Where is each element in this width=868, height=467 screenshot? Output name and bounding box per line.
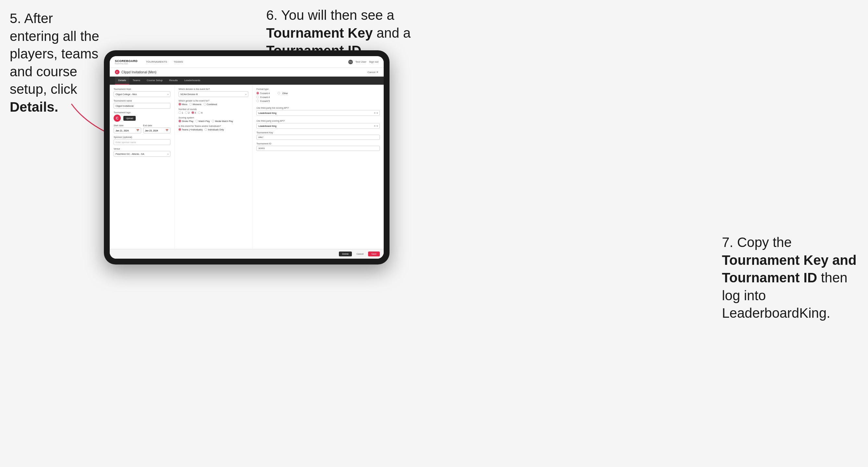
scoring-stroke[interactable]: Stroke Play: [179, 120, 193, 122]
tournament-logo-label: Tournament logo: [114, 111, 170, 114]
format-other-label: Other: [282, 92, 288, 94]
tab-results[interactable]: Results: [166, 76, 181, 85]
division-input[interactable]: NCAA Division III ▾: [179, 91, 248, 97]
brand-sub: Powered by clipps: [115, 63, 137, 65]
gender-group: Which gender is the event for? Mens Wome…: [179, 100, 248, 105]
teams-plus[interactable]: Teams (+Individuals): [179, 128, 203, 131]
format-5count4-radio[interactable]: [256, 92, 259, 94]
tab-teams[interactable]: Teams: [129, 76, 144, 85]
start-date-input[interactable]: Jan 21, 2024 📅: [114, 128, 141, 133]
scoring-group: Scoring system Stroke Play Match Play: [179, 117, 248, 122]
rounds-group: Number of rounds 1 2 3: [179, 108, 248, 114]
third-party-1-group: Use third-party live scoring API? Leader…: [256, 105, 380, 116]
tournament-name-value: Clippd Invitational: [116, 105, 133, 107]
rounds-2-radio[interactable]: [185, 111, 188, 114]
format-6count4[interactable]: 6 count 4: [256, 96, 380, 98]
tournament-key-label: Tournament Key: [256, 131, 380, 134]
scoring-match-label: Match Play: [199, 120, 210, 122]
tournament-name-input[interactable]: Clippd Invitational: [114, 103, 170, 109]
rounds-3[interactable]: 3: [191, 111, 196, 114]
nav-tournaments[interactable]: TOURNAMENTS: [146, 60, 167, 63]
gender-womens[interactable]: Womens: [189, 103, 202, 105]
format-6count4-radio[interactable]: [256, 96, 259, 98]
format-other-radio[interactable]: [278, 92, 280, 94]
nav-teams[interactable]: TEAMS: [174, 60, 183, 63]
tournament-host-input[interactable]: Clippd College - Men ▾: [114, 91, 170, 97]
third-party-1-clear[interactable]: ✕ ▾: [374, 112, 378, 115]
brand: SCOREBOARD Powered by clipps: [115, 59, 137, 65]
third-party-2-select[interactable]: Leaderboard King ✕ ▾: [256, 123, 380, 129]
upload-button[interactable]: Upload: [123, 116, 136, 121]
third-party-1-value: Leaderboard King: [258, 112, 277, 114]
venue-chevron: ▾: [167, 153, 168, 155]
venue-group: Venue Peachtree GC - Atlanta - GA ▾: [114, 148, 170, 157]
rounds-1[interactable]: 1: [179, 111, 183, 114]
format-5count4-label: 5 count 4: [260, 92, 270, 94]
rounds-radio-group: 1 2 3 4: [179, 111, 248, 114]
rounds-2-label: 2: [188, 112, 190, 114]
user-avatar: TU: [348, 60, 353, 64]
division-value: NCAA Division III: [181, 93, 198, 95]
gender-mens[interactable]: Mens: [179, 103, 187, 105]
save-button[interactable]: Save: [368, 251, 380, 256]
rounds-1-label: 1: [182, 112, 183, 114]
gender-radio-group: Mens Womens Combined: [179, 103, 248, 105]
tab-leaderboards[interactable]: Leaderboards: [181, 76, 204, 85]
tab-course-setup[interactable]: Course Setup: [144, 76, 166, 85]
teams-individuals-only[interactable]: Individuals Only: [205, 128, 224, 131]
third-party-2-value: Leaderboard King: [258, 125, 277, 127]
scoring-medal[interactable]: Medal Match Play: [212, 120, 233, 122]
tournament-host-group: Tournament Host Clippd College - Men ▾: [114, 88, 170, 97]
scoring-stroke-radio[interactable]: [179, 120, 181, 122]
cancel-button[interactable]: Cancel: [354, 251, 366, 256]
teams-label: Is this event for Teams and/or Individua…: [179, 125, 248, 127]
date-row: Start date Jan 21, 2024 📅 End date Jan 2…: [114, 124, 170, 133]
format-6count5-radio[interactable]: [256, 100, 259, 102]
tablet: SCOREBOARD Powered by clipps TOURNAMENTS…: [104, 50, 390, 264]
sign-out-link[interactable]: Sign out: [369, 60, 378, 63]
rounds-4[interactable]: 4: [198, 111, 203, 114]
format-6count5[interactable]: 6 count 5: [256, 100, 380, 102]
rounds-3-radio[interactable]: [191, 111, 194, 114]
gender-label: Which gender is the event for?: [179, 100, 248, 102]
end-date-input[interactable]: Jan 23, 2024 📅: [143, 128, 171, 133]
teams-individuals-label: Individuals Only: [208, 128, 224, 131]
sponsor-input[interactable]: Enter sponsor name: [114, 139, 170, 145]
tournament-name-label: Tournament name: [114, 100, 170, 102]
gender-combined-radio[interactable]: [204, 103, 206, 105]
format-5count4[interactable]: 5 count 4 Other: [256, 92, 380, 94]
third-party-2-clear[interactable]: ✕ ▾: [374, 125, 378, 128]
gender-womens-radio[interactable]: [189, 103, 192, 105]
rounds-1-radio[interactable]: [179, 111, 181, 114]
logo-c: C: [114, 115, 121, 122]
venue-value: Peachtree GC - Atlanta - GA: [116, 153, 144, 155]
annotation-left: 5. After entering all the players, teams…: [10, 10, 101, 116]
scoring-match-radio[interactable]: [195, 120, 198, 122]
teams-individuals-radio[interactable]: [205, 128, 207, 131]
format-type-group: Format type 5 count 4 Other 6 count 4: [256, 88, 380, 103]
venue-input[interactable]: Peachtree GC - Atlanta - GA ▾: [114, 151, 170, 157]
calendar-icon: 📅: [136, 129, 139, 132]
rounds-4-label: 4: [201, 112, 203, 114]
tab-bar: Details Teams Course Setup Results Leade…: [110, 76, 384, 85]
annotation-bottom-right: 7. Copy the Tournament Key and Tournamen…: [722, 234, 858, 322]
gender-combined[interactable]: Combined: [204, 103, 217, 105]
teams-plus-radio[interactable]: [179, 128, 181, 131]
rounds-label: Number of rounds: [179, 108, 248, 110]
delete-button[interactable]: Delete: [339, 251, 352, 256]
tournament-id-label: Tournament ID: [256, 143, 380, 145]
rounds-2[interactable]: 2: [185, 111, 190, 114]
scoring-match[interactable]: Match Play: [195, 120, 210, 122]
rounds-4-radio[interactable]: [198, 111, 200, 114]
third-party-1-select[interactable]: Leaderboard King ✕ ▾: [256, 110, 380, 116]
tournament-key-field: bf9b7: [256, 135, 380, 140]
gender-mens-radio[interactable]: [179, 103, 181, 105]
tab-details[interactable]: Details: [115, 76, 129, 85]
annotation-key-bold: Tournament Key: [266, 25, 373, 40]
header-cancel[interactable]: Cancel ✕: [368, 71, 378, 74]
user-name: Test User: [355, 60, 367, 63]
third-party-1-label: Use third-party live scoring API?: [256, 107, 380, 109]
col-left: Tournament Host Clippd College - Men ▾ T…: [110, 85, 175, 249]
third-party-2-group: Use third-party scoring API? Leaderboard…: [256, 119, 380, 129]
scoring-medal-radio[interactable]: [212, 120, 214, 122]
